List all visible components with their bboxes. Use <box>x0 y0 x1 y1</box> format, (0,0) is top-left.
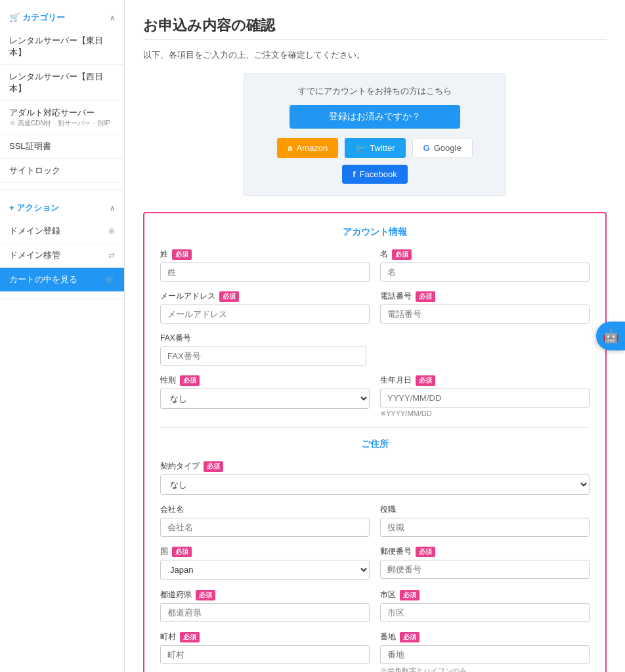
fax-label: FAX番号 <box>160 333 366 344</box>
page-title: お申込み内容の確認 <box>143 16 607 35</box>
facebook-row: f Facebook <box>260 165 490 184</box>
chatbot-button[interactable]: 🤖 <box>596 322 625 350</box>
company-position-row: 会社名 役職 <box>160 504 590 537</box>
town-input[interactable] <box>160 645 370 664</box>
sidebar-item-cart[interactable]: カートの中を見る 🛒 <box>0 268 124 292</box>
social-buttons-row: a Amazon 🐦 Twitter G Google <box>260 138 490 158</box>
name-row: 姓 必須 名 必須 <box>160 249 590 282</box>
country-label: 国 必須 <box>160 546 370 557</box>
last-name-label: 姓 必須 <box>160 249 370 260</box>
street-hint: ※半角数字とハイフンのみ <box>380 666 590 672</box>
email-label: メールアドレス 必須 <box>160 291 370 302</box>
prefecture-city-row: 都道府県 必須 市区 必須 <box>160 589 590 622</box>
sidebar-item-east-server[interactable]: レンタルサーバー【東日本】 <box>0 29 124 65</box>
cart-small-icon: 🛒 <box>105 275 115 284</box>
page-subtitle: 以下、各項目をご入力の上、ご注文を確定してください。 <box>143 49 607 61</box>
amazon-icon: a <box>288 143 292 153</box>
login-button[interactable]: 登録はお済みですか？ <box>290 105 460 129</box>
email-required: 必須 <box>219 291 239 302</box>
email-input[interactable] <box>160 304 370 324</box>
fax-input[interactable] <box>160 346 366 366</box>
contract-type-row: 契約タイプ 必須 なし <box>160 461 590 495</box>
account-section-title: アカウント情報 <box>160 226 590 238</box>
street-group: 番地 必須 ※半角数字とハイフンのみ <box>380 631 590 672</box>
sidebar-item-ssl[interactable]: SSL証明書 <box>0 135 124 159</box>
position-group: 役職 <box>380 504 590 537</box>
birthdate-input[interactable] <box>380 388 590 408</box>
action-header: + アクション ∧ <box>0 197 124 219</box>
facebook-login-button[interactable]: f Facebook <box>342 165 407 184</box>
postal-required: 必須 <box>416 547 435 557</box>
first-name-input[interactable] <box>380 262 590 282</box>
google-login-button[interactable]: G Google <box>412 138 473 158</box>
birthdate-group: 生年月日 必須 ※YYYY/MM/DD <box>380 375 590 418</box>
sidebar-item-domain-register[interactable]: ドメイン登録 ⊕ <box>0 219 124 243</box>
phone-input[interactable] <box>380 304 590 324</box>
company-group: 会社名 <box>160 504 370 537</box>
company-label: 会社名 <box>160 504 370 515</box>
chatbot-icon: 🤖 <box>603 328 619 344</box>
facebook-icon: f <box>353 169 355 179</box>
phone-label: 電話番号 必須 <box>380 291 590 302</box>
google-icon: G <box>423 143 430 153</box>
login-box: すでにアカウントをお持ちの方はこちら 登録はお済みですか？ a Amazon 🐦… <box>244 73 506 196</box>
sidebar-item-adult-server[interactable]: アダルト対応サーバー ※ 高速CDN付・別サーバー・別IP <box>0 101 124 135</box>
contract-type-select[interactable]: なし <box>160 474 590 495</box>
twitter-icon: 🐦 <box>355 143 366 153</box>
first-name-required: 必須 <box>392 249 412 260</box>
sidebar-item-domain-transfer[interactable]: ドメイン移管 ⇄ <box>0 243 124 268</box>
postal-group: 郵便番号 必須 <box>380 546 590 580</box>
postal-label: 郵便番号 必須 <box>380 546 590 557</box>
action-section: + アクション ∧ ドメイン登録 ⊕ ドメイン移管 ⇄ カートの中を見る 🛒 <box>0 190 124 299</box>
prefecture-label: 都道府県 必須 <box>160 589 370 600</box>
country-group: 国 必須 Japan <box>160 546 370 580</box>
login-box-title: すでにアカウントをお持ちの方はこちら <box>260 85 490 97</box>
prefecture-required: 必須 <box>196 590 215 600</box>
twitter-login-button[interactable]: 🐦 Twitter <box>345 138 405 158</box>
street-label: 番地 必須 <box>380 631 590 642</box>
action-chevron-icon: ∧ <box>110 204 115 213</box>
town-group: 町村 必須 <box>160 631 370 672</box>
last-name-group: 姓 必須 <box>160 249 370 282</box>
email-group: メールアドレス 必須 <box>160 291 370 324</box>
sidebar-item-sitelock[interactable]: サイトロック <box>0 159 124 183</box>
gender-required: 必須 <box>180 375 200 386</box>
contract-type-label: 契約タイプ 必須 <box>160 461 590 472</box>
gender-group: 性別 必須 なし 男性 女性 <box>160 375 370 418</box>
gender-select[interactable]: なし 男性 女性 <box>160 388 370 409</box>
city-input[interactable] <box>380 603 590 622</box>
position-label: 役職 <box>380 504 590 515</box>
transfer-icon: ⇄ <box>108 251 115 260</box>
globe-icon: ⊕ <box>108 226 115 236</box>
birthdate-label: 生年月日 必須 <box>380 375 590 386</box>
town-street-row: 町村 必須 番地 必須 ※半角数字とハイフンのみ <box>160 631 590 672</box>
street-input[interactable] <box>380 645 590 664</box>
fax-row: FAX番号 <box>160 333 590 366</box>
phone-group: 電話番号 必須 <box>380 291 590 324</box>
country-postal-row: 国 必須 Japan 郵便番号 必須 <box>160 546 590 580</box>
city-label: 市区 必須 <box>380 589 590 600</box>
gender-label: 性別 必須 <box>160 375 370 386</box>
gender-birthdate-row: 性別 必須 なし 男性 女性 生年月日 必須 ※YYYY/MM/DD <box>160 375 590 418</box>
amazon-login-button[interactable]: a Amazon <box>277 138 338 158</box>
first-name-label: 名 必須 <box>380 249 590 260</box>
cart-icon: 🛒 <box>9 12 20 22</box>
company-input[interactable] <box>160 518 370 537</box>
town-label: 町村 必須 <box>160 631 370 642</box>
sidebar-item-west-server[interactable]: レンタルサーバー【西日本】 <box>0 65 124 101</box>
prefecture-input[interactable] <box>160 603 370 622</box>
first-name-group: 名 必須 <box>380 249 590 282</box>
contract-type-group: 契約タイプ 必須 なし <box>160 461 590 495</box>
city-required: 必須 <box>400 590 420 600</box>
last-name-required: 必須 <box>172 249 192 260</box>
category-header: 🛒 カテゴリー ∧ <box>0 7 124 29</box>
country-select[interactable]: Japan <box>160 560 370 580</box>
main-content: お申込み内容の確認 以下、各項目をご入力の上、ご注文を確定してください。 すでに… <box>125 0 625 672</box>
birthdate-required: 必須 <box>416 375 435 386</box>
postal-input[interactable] <box>380 560 590 579</box>
category-section: 🛒 カテゴリー ∧ レンタルサーバー【東日本】 レンタルサーバー【西日本】 アダ… <box>0 0 124 190</box>
fax-group: FAX番号 <box>160 333 366 366</box>
prefecture-group: 都道府県 必須 <box>160 589 370 622</box>
last-name-input[interactable] <box>160 262 370 282</box>
position-input[interactable] <box>380 518 590 537</box>
